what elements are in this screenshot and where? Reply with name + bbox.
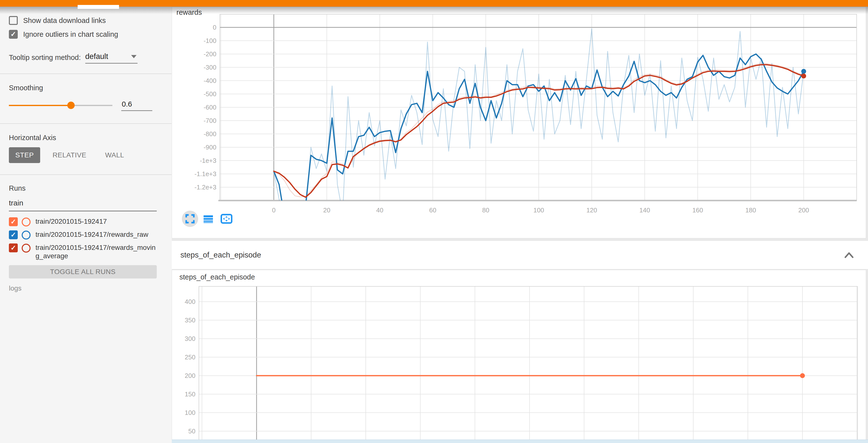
svg-text:-300: -300 <box>204 64 216 71</box>
tooltip-sorting-dropdown[interactable]: default <box>85 52 137 64</box>
tooltip-sorting-label: Tooltip sorting method: <box>9 54 81 64</box>
run-radio-icon[interactable] <box>22 231 31 239</box>
show-data-download-links-row[interactable]: Show data download links <box>9 16 157 25</box>
svg-text:-200: -200 <box>204 50 216 58</box>
chart-toolbar <box>182 211 235 227</box>
smoothing-value-input[interactable]: 0.6 <box>121 99 152 111</box>
checkbox-label: Show data download links <box>23 17 106 25</box>
svg-text:100: 100 <box>185 409 195 416</box>
smoothing-slider[interactable] <box>9 101 113 109</box>
horizontal-scrollbar[interactable] <box>172 440 868 443</box>
svg-text:-700: -700 <box>204 117 216 124</box>
axis-wall-button[interactable]: WALL <box>99 147 130 163</box>
slider-thumb[interactable] <box>67 101 75 109</box>
tooltip-sorting-row: Tooltip sorting method: default <box>9 52 157 64</box>
rewards-line-chart[interactable]: 0-100-200-300-400-500-600-700-800-900-1e… <box>172 7 866 238</box>
svg-text:60: 60 <box>429 206 436 214</box>
rewards-chart-card: rewards 0-100-200-300-400-500-600-700-80… <box>172 7 866 238</box>
runs-label: Runs <box>9 184 157 193</box>
svg-text:-400: -400 <box>204 77 216 84</box>
svg-text:50: 50 <box>188 427 195 435</box>
run-row[interactable]: train/20201015-192417/rewards_moving_ave… <box>9 243 157 260</box>
checkbox-checked-icon[interactable] <box>9 30 18 39</box>
divider <box>0 174 172 175</box>
svg-text:-1e+3: -1e+3 <box>200 157 216 164</box>
horizontal-axis-buttons: STEP RELATIVE WALL <box>9 147 157 163</box>
slider-track-active <box>9 105 71 106</box>
svg-text:160: 160 <box>692 206 703 214</box>
horizontal-axis-label: Horizontal Axis <box>9 134 157 142</box>
svg-text:-800: -800 <box>204 130 216 138</box>
run-radio-icon[interactable] <box>22 244 31 253</box>
svg-text:140: 140 <box>639 206 650 214</box>
svg-text:100: 100 <box>533 206 544 214</box>
svg-text:80: 80 <box>482 206 490 214</box>
svg-text:-1.2e+3: -1.2e+3 <box>194 183 216 191</box>
log-scale-icon[interactable] <box>200 211 216 227</box>
chart-title: steps_of_each_episode <box>179 273 255 281</box>
axis-step-button[interactable]: STEP <box>9 147 40 163</box>
svg-text:40: 40 <box>376 206 383 214</box>
checkbox-label: Ignore outliers in chart scaling <box>23 30 118 38</box>
divider <box>0 73 172 74</box>
svg-text:200: 200 <box>798 206 809 214</box>
svg-text:120: 120 <box>586 206 597 214</box>
run-name: train/20201015-192417/rewards_raw <box>35 230 157 239</box>
svg-text:0: 0 <box>272 206 276 214</box>
dropdown-value: default <box>85 52 108 61</box>
smoothing-label: Smoothing <box>9 84 157 92</box>
fit-domain-icon[interactable] <box>218 211 235 227</box>
svg-text:-1.1e+3: -1.1e+3 <box>194 170 216 178</box>
run-row[interactable]: train/20201015-192417/rewards_raw <box>9 230 157 239</box>
svg-text:-100: -100 <box>204 37 216 45</box>
checkbox-unchecked-icon[interactable] <box>9 16 18 25</box>
svg-text:180: 180 <box>745 206 756 214</box>
svg-text:350: 350 <box>185 317 195 324</box>
steps-chart-card: steps_of_each_episode 400350300250200150… <box>172 270 866 443</box>
run-checkbox-icon[interactable] <box>9 243 18 252</box>
svg-text:250: 250 <box>185 353 195 361</box>
run-name: train/20201015-192417/rewards_moving_ave… <box>35 243 157 260</box>
expand-icon[interactable] <box>182 211 198 227</box>
svg-text:-600: -600 <box>204 104 216 111</box>
svg-text:-500: -500 <box>204 90 216 98</box>
chart-title: rewards <box>177 8 202 17</box>
active-tab-indicator <box>78 5 119 9</box>
top-app-bar <box>0 0 868 7</box>
run-list: train/20201015-192417 train/20201015-192… <box>9 217 157 260</box>
main-content: rewards 0-100-200-300-400-500-600-700-80… <box>172 7 868 443</box>
steps-section-header[interactable]: steps_of_each_episode <box>172 240 868 269</box>
run-checkbox-icon[interactable] <box>9 230 18 239</box>
smoothing-row: 0.6 <box>9 99 157 111</box>
svg-text:20: 20 <box>323 206 331 214</box>
sidebar: Show data download links Ignore outliers… <box>0 7 172 443</box>
svg-text:150: 150 <box>185 390 195 398</box>
divider <box>0 123 172 124</box>
section-title: steps_of_each_episode <box>180 250 261 260</box>
chevron-up-icon[interactable] <box>844 252 854 258</box>
run-row[interactable]: train/20201015-192417 <box>9 217 157 227</box>
run-name: train/20201015-192417 <box>35 217 157 226</box>
axis-relative-button[interactable]: RELATIVE <box>46 147 93 163</box>
run-radio-icon[interactable] <box>22 217 31 227</box>
svg-text:400: 400 <box>185 298 195 305</box>
runs-filter-input[interactable]: train <box>9 199 157 211</box>
steps-line-chart[interactable]: 40035030025020015010050 <box>172 270 866 443</box>
svg-text:-900: -900 <box>204 144 216 151</box>
run-checkbox-icon[interactable] <box>9 217 18 226</box>
dropdown-caret-icon <box>131 55 136 58</box>
toggle-all-runs-button[interactable]: TOGGLE ALL RUNS <box>9 265 157 278</box>
svg-text:300: 300 <box>185 335 195 342</box>
svg-text:200: 200 <box>185 372 195 379</box>
ignore-outliers-row[interactable]: Ignore outliers in chart scaling <box>9 30 157 39</box>
svg-text:0: 0 <box>213 24 216 31</box>
runs-group-label: logs <box>9 285 157 292</box>
